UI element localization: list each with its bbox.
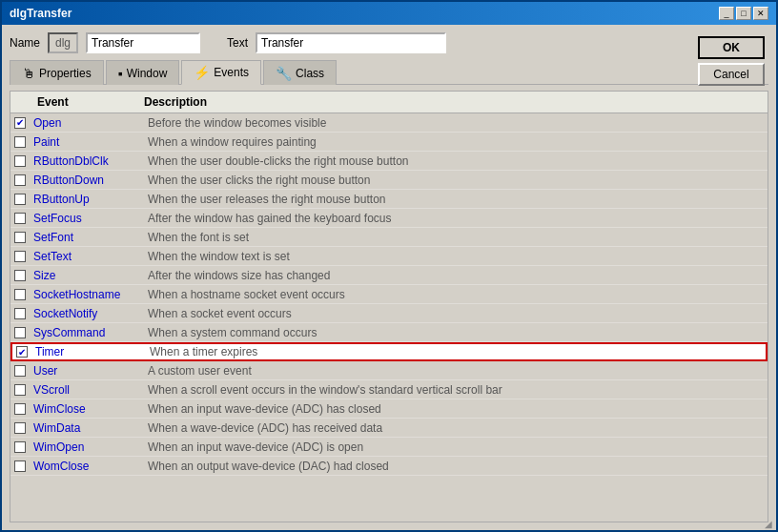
row-event-desc: When the user double-clicks the right mo… [144, 154, 768, 168]
row-checkbox[interactable] [10, 441, 30, 453]
events-content: Event Description ✔OpenBefore the window… [10, 91, 768, 522]
text-input[interactable] [256, 32, 446, 53]
row-event-desc: When a timer expires [146, 345, 766, 358]
row-event-desc: When a window requires painting [144, 135, 768, 149]
header-event: Event [10, 95, 144, 109]
table-row[interactable]: SizeAfter the windows size has changed [10, 266, 768, 285]
checkbox-icon [14, 460, 26, 472]
close-button[interactable]: ✕ [753, 7, 768, 20]
table-row[interactable]: SetFocusAfter the window has gained the … [10, 209, 768, 228]
tab-window[interactable]: ▪ Window [106, 60, 180, 85]
row-checkbox[interactable]: ✔ [12, 346, 31, 358]
row-event-desc: When the user releases the right mouse b… [144, 193, 768, 206]
maximize-button[interactable]: □ [736, 7, 751, 20]
row-event-name: SocketNotify [30, 307, 144, 320]
table-row[interactable]: WimOpenWhen an input wave-device (ADC) i… [10, 438, 768, 457]
table-row[interactable]: SetFontWhen the font is set [10, 228, 768, 247]
row-event-desc: When a socket event occurs [144, 307, 768, 320]
row-checkbox[interactable] [10, 403, 30, 415]
tabs-row: 🖱 Properties ▪ Window ⚡ Events 🔧 Class [10, 59, 768, 85]
row-event-desc: A custom user event [144, 364, 768, 378]
row-event-desc: When the font is set [144, 231, 768, 244]
row-event-desc: Before the window becomes visible [144, 116, 768, 130]
title-bar: dlgTransfer _ □ ✕ [2, 2, 776, 25]
row-checkbox[interactable] [10, 194, 30, 205]
checkbox-icon [14, 327, 26, 338]
row-event-desc: When the user clicks the right mouse but… [144, 174, 768, 187]
checkbox-icon [14, 136, 26, 148]
table-row[interactable]: ✔OpenBefore the window becomes visible [10, 113, 768, 133]
row-checkbox[interactable] [10, 460, 30, 472]
row-checkbox[interactable] [10, 136, 30, 148]
checkbox-icon [14, 194, 26, 205]
row-checkbox[interactable] [10, 327, 30, 338]
row-checkbox[interactable] [10, 422, 30, 434]
row-event-name: WimClose [30, 402, 144, 416]
row-event-name: VScroll [30, 383, 144, 397]
checkbox-icon [14, 155, 26, 167]
row-checkbox[interactable] [10, 155, 30, 167]
row-checkbox[interactable] [10, 289, 30, 300]
row-event-desc: When a system command occurs [144, 326, 768, 339]
tab-properties-label: Properties [39, 67, 92, 80]
tab-window-label: Window [127, 67, 168, 80]
resize-handle[interactable]: ◢ [765, 519, 776, 530]
row-event-desc: When an output wave-device (DAC) had clo… [144, 460, 768, 473]
row-event-name: Timer [31, 345, 146, 358]
row-checkbox[interactable] [10, 384, 30, 396]
name-prefix: dlg [48, 32, 78, 53]
table-row[interactable]: SocketNotifyWhen a socket event occurs [10, 304, 768, 323]
table-body[interactable]: ✔OpenBefore the window becomes visiblePa… [10, 113, 768, 522]
checkbox-icon [14, 308, 26, 319]
table-row[interactable]: WomCloseWhen an output wave-device (DAC)… [10, 457, 768, 476]
checkbox-icon [14, 251, 26, 262]
table-row[interactable]: SysCommandWhen a system command occurs [10, 323, 768, 342]
row-checkbox[interactable] [10, 174, 30, 186]
row-event-name: SetFocus [30, 212, 144, 225]
row-event-name: WomClose [30, 460, 144, 473]
row-event-name: RButtonDblClk [30, 154, 144, 168]
row-event-name: SetText [30, 250, 144, 263]
row-event-desc: When a hostname socket event occurs [144, 288, 768, 301]
row-event-desc: When an input wave-device (ADC) has clos… [144, 402, 768, 416]
table-row[interactable]: SocketHostnameWhen a hostname socket eve… [10, 285, 768, 304]
properties-icon: 🖱 [22, 66, 35, 81]
checkbox-icon: ✔ [14, 117, 26, 129]
table-row[interactable]: RButtonUpWhen the user releases the righ… [10, 190, 768, 209]
row-checkbox[interactable] [10, 308, 30, 319]
table-row[interactable]: RButtonDblClkWhen the user double-clicks… [10, 152, 768, 171]
class-icon: 🔧 [276, 66, 292, 81]
row-checkbox[interactable] [10, 365, 30, 377]
minimize-button[interactable]: _ [719, 7, 734, 20]
cancel-button[interactable]: Cancel [698, 63, 765, 86]
row-checkbox[interactable] [10, 251, 30, 262]
row-event-name: SocketHostname [30, 288, 144, 301]
table-row[interactable]: ✔TimerWhen a timer expires [10, 342, 768, 361]
table-row[interactable]: WimCloseWhen an input wave-device (ADC) … [10, 399, 768, 419]
table-row[interactable]: RButtonDownWhen the user clicks the righ… [10, 171, 768, 190]
table-row[interactable]: PaintWhen a window requires painting [10, 133, 768, 152]
checkbox-icon [14, 289, 26, 300]
tab-events[interactable]: ⚡ Events [181, 60, 261, 85]
row-event-desc: When the window text is set [144, 250, 768, 263]
title-controls: _ □ ✕ [719, 7, 768, 20]
table-row[interactable]: VScrollWhen a scroll event occurs in the… [10, 380, 768, 399]
name-input[interactable] [86, 32, 200, 53]
name-row: Name dlg Text [10, 32, 768, 53]
row-checkbox[interactable] [10, 232, 30, 243]
row-checkbox[interactable] [10, 270, 30, 281]
tab-properties[interactable]: 🖱 Properties [10, 60, 104, 85]
ok-button[interactable]: OK [698, 36, 765, 59]
table-row[interactable]: WimDataWhen a wave-device (ADC) has rece… [10, 419, 768, 438]
tab-class[interactable]: 🔧 Class [263, 60, 337, 85]
table-row[interactable]: UserA custom user event [10, 361, 768, 380]
row-checkbox[interactable]: ✔ [10, 117, 30, 129]
window-icon: ▪ [118, 66, 123, 81]
tab-class-label: Class [296, 67, 324, 80]
checkbox-icon [14, 384, 26, 396]
checkbox-icon: ✔ [16, 346, 28, 358]
row-event-desc: When an input wave-device (ADC) is open [144, 440, 768, 454]
row-checkbox[interactable] [10, 213, 30, 224]
table-row[interactable]: SetTextWhen the window text is set [10, 247, 768, 266]
dialog-title: dlgTransfer [10, 7, 72, 20]
